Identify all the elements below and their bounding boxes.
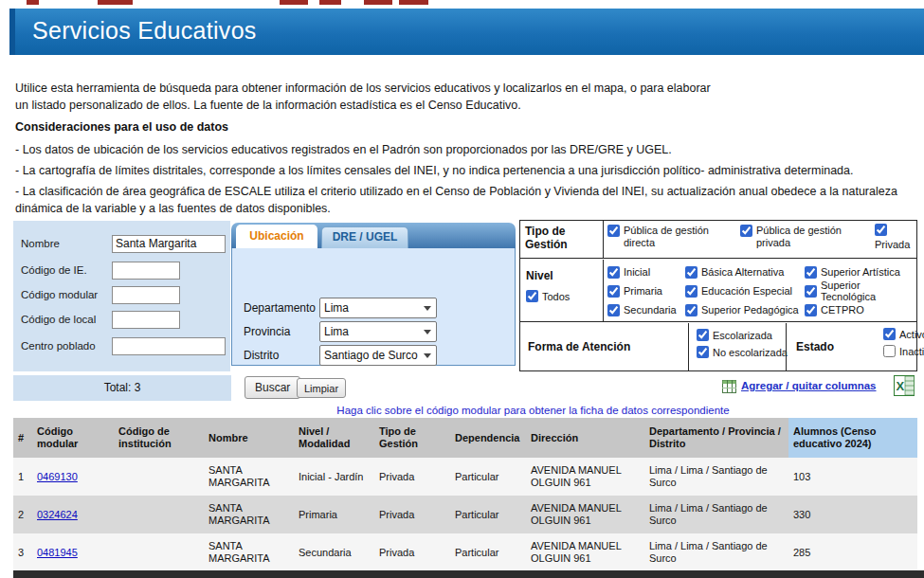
header-codigo-modular: Código modular	[32, 418, 114, 458]
nombre-field: Nombre	[21, 234, 225, 253]
top-menu-fragment	[280, 0, 308, 5]
forma-atencion-label: Forma de Atención	[528, 340, 630, 353]
checkbox-cetpro[interactable]: CETPRO	[805, 300, 916, 319]
codigo-modular-link[interactable]: 0324624	[37, 509, 78, 520]
checkbox[interactable]	[805, 285, 817, 298]
checkbox-escolarizada[interactable]: Escolarizada	[697, 329, 788, 341]
codigo-ie-input[interactable]	[112, 262, 180, 280]
cell-dpd: Lima / Lima / Santiago de Surco	[644, 458, 788, 496]
distrito-label: Distrito	[244, 349, 279, 362]
checkbox-todos[interactable]: Todos	[526, 290, 570, 302]
cell-codigo-modular: 0324624	[32, 496, 114, 533]
excel-export-icon[interactable]: X	[894, 375, 915, 396]
tab-dre-ugel[interactable]: DRE / UGEL	[321, 226, 408, 248]
checkbox[interactable]	[607, 225, 620, 237]
intro-text: Utilice esta herramienta de búsqueda par…	[15, 80, 911, 114]
centro-poblado-input[interactable]	[112, 337, 226, 355]
checkbox[interactable]	[883, 345, 896, 357]
consideration-item: - La cartografía de límites distritales,…	[15, 162, 911, 179]
nivel-row: Nivel Todos Inicial Primaria Secundaria …	[520, 260, 916, 322]
top-menu-fragment	[319, 0, 341, 5]
codigo-local-field: Código de local	[21, 310, 225, 329]
departamento-select[interactable]: Lima	[319, 298, 437, 318]
cell-nombre: SANTA MARGARITA	[204, 458, 294, 496]
checkbox-inicial[interactable]: Inicial	[607, 262, 677, 281]
departamento-row: Departamento Lima	[244, 298, 507, 318]
checkbox[interactable]	[697, 329, 709, 341]
checkbox[interactable]	[607, 304, 620, 316]
intro-line: Utilice esta herramienta de búsqueda par…	[15, 80, 911, 97]
ubicacion-tab-content: Departamento Lima Provincia Lima Distrit…	[231, 248, 516, 366]
provincia-label: Provincia	[244, 325, 290, 338]
header-alumnos: Alumnos (Censo educativo 2024)	[788, 418, 917, 458]
checkbox-primaria[interactable]: Primaria	[607, 281, 677, 300]
cell-direccion: AVENIDA MANUEL OLGUIN 961	[526, 496, 644, 533]
tipo-gestion-label: Tipo de Gestión	[520, 221, 604, 258]
cell-alumnos: 103	[788, 458, 917, 496]
page-title: Servicios Educativos	[32, 17, 257, 45]
columns-link[interactable]: Agregar / quitar columnas	[741, 380, 877, 391]
considerations-title: Consideraciones para el uso de datos	[15, 120, 228, 134]
checkbox-activo[interactable]: Activo	[883, 328, 924, 340]
nombre-input[interactable]	[112, 235, 226, 253]
nombre-label: Nombre	[21, 238, 60, 249]
cell-num: 1	[13, 458, 32, 496]
chevron-down-icon	[424, 353, 431, 358]
cell-codigo-modular: 0469130	[32, 458, 114, 496]
checkbox[interactable]	[697, 346, 709, 358]
codigo-local-input[interactable]	[112, 311, 180, 329]
checkbox[interactable]	[526, 290, 538, 302]
provincia-select[interactable]: Lima	[319, 321, 437, 342]
forma-estado-row: Forma de Atención Escolarizada No escola…	[520, 323, 916, 370]
checkbox-secundaria[interactable]: Secundaria	[607, 300, 677, 319]
footer-bar	[13, 570, 924, 578]
select-value: Santiago de Surco	[324, 349, 418, 362]
checkbox-superior-tecnologica[interactable]: Superior Tecnológica	[805, 281, 916, 300]
codigo-modular-input[interactable]	[112, 286, 180, 304]
centro-poblado-field: Centro poblado	[21, 336, 225, 355]
checkbox-basica-alternativa[interactable]: Básica Alternativa	[685, 262, 799, 281]
columns-table-icon[interactable]	[722, 380, 736, 393]
checkbox-no-escolarizada[interactable]: No escolarizada	[697, 346, 788, 358]
cell-direccion: AVENIDA MANUEL OLGUIN 961	[526, 458, 644, 496]
checkbox[interactable]	[875, 224, 887, 236]
cell-tipo-gestion: Privada	[374, 533, 450, 571]
checkbox[interactable]	[685, 285, 698, 298]
table-row: 2 0324624 SANTA MARGARITA Primaria Priva…	[13, 496, 917, 533]
table-row: 3 0481945 SANTA MARGARITA Secundaria Pri…	[13, 533, 917, 571]
search-form-panel: Nombre Código de IE. Código modular Códi…	[13, 221, 230, 371]
checkbox[interactable]	[685, 266, 698, 279]
checkbox[interactable]	[740, 225, 752, 237]
top-menu-fragment	[27, 0, 39, 5]
checkbox-educacion-especial[interactable]: Educación Especial	[685, 281, 799, 300]
checkbox-publica-gestion-privada[interactable]: Pública de gestiónprivada	[740, 225, 842, 249]
considerations-list: - Los datos de ubicación de los servicio…	[15, 141, 911, 221]
page: Servicios Educativos Utilice esta herram…	[0, 0, 924, 578]
distrito-select[interactable]: Santiago de Surco	[319, 345, 437, 366]
checkbox[interactable]	[607, 285, 620, 298]
checkbox[interactable]	[805, 266, 817, 279]
nivel-column-2: Básica Alternativa Educación Especial Su…	[685, 262, 799, 319]
checkbox[interactable]	[805, 304, 817, 316]
buscar-button[interactable]: Buscar	[245, 376, 300, 399]
codigo-ie-label: Código de IE.	[21, 264, 87, 276]
checkbox-inactivo[interactable]: Inactivo	[883, 345, 924, 357]
intro-line: un listado personalizado de ellos. La fu…	[15, 97, 911, 114]
checkbox[interactable]	[883, 328, 896, 340]
cell-codigo-institucion	[114, 458, 204, 496]
table-header-row: # Código modular Código de institución N…	[13, 418, 917, 458]
header-tipo-gestion: Tipo de Gestión	[374, 418, 450, 458]
limpiar-button[interactable]: Limpiar	[297, 378, 346, 398]
codigo-modular-link[interactable]: 0481945	[37, 547, 78, 558]
tab-ubicacion[interactable]: Ubicación	[236, 225, 317, 248]
codigo-modular-link[interactable]: 0469130	[37, 471, 78, 482]
checkbox-privada[interactable]: Privada	[875, 224, 910, 250]
checkbox[interactable]	[685, 304, 698, 316]
checkbox-superior-pedagogica[interactable]: Superior Pedagógica	[685, 300, 799, 319]
consideration-item: - La clasificación de área geográfica de…	[15, 183, 911, 217]
checkbox[interactable]	[607, 266, 620, 279]
checkbox-superior-artistica[interactable]: Superior Artística	[805, 262, 916, 281]
checkbox-publica-gestion-directa[interactable]: Pública de gestióndirecta	[607, 225, 709, 249]
cell-direccion: AVENIDA MANUEL OLGUIN 961	[526, 533, 644, 571]
cell-nivel: Secundaria	[294, 533, 374, 571]
